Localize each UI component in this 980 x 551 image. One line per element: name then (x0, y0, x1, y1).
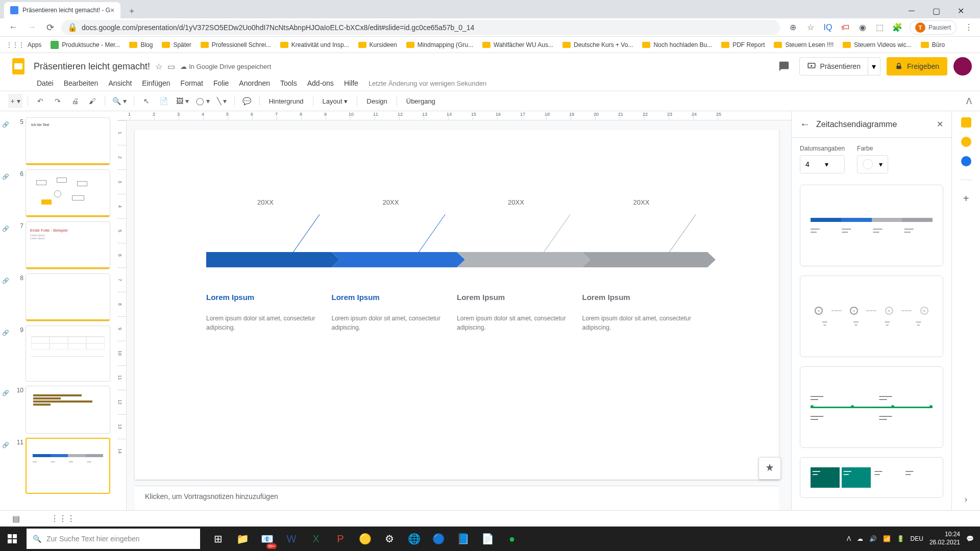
last-edit-text[interactable]: Letzte Änderung vor wenigen Sekunden (369, 80, 486, 87)
nav-back-icon[interactable]: ← (6, 20, 20, 35)
layout-button[interactable]: Layout ▾ (318, 97, 352, 105)
menu-tools[interactable]: Tools (280, 79, 297, 87)
grid-view-icon[interactable]: ⋮⋮⋮ (51, 514, 75, 523)
star-icon[interactable]: ☆ (805, 22, 816, 33)
move-doc-icon[interactable]: ▭ (167, 62, 175, 71)
textbox-icon[interactable]: 📄 (157, 94, 171, 108)
present-dropdown[interactable]: ▾ (868, 57, 880, 76)
tray-battery-icon[interactable]: 🔋 (897, 535, 904, 542)
tray-expand-icon[interactable]: ᐱ (847, 535, 851, 542)
menu-format[interactable]: Format (181, 79, 203, 87)
shopping-tag-icon[interactable]: 🏷 (840, 22, 850, 33)
taskbar-word-icon[interactable]: W (280, 527, 303, 551)
color-select[interactable]: ▾ (857, 155, 888, 173)
new-slide-button[interactable]: + ▾ (8, 94, 22, 108)
taskbar-edge-icon[interactable]: 🔵 (427, 527, 450, 551)
close-window-icon[interactable]: ✕ (949, 3, 972, 18)
panel-back-icon[interactable]: ← (800, 118, 810, 130)
timeline-style-option-1[interactable]: ▬▬▬▬▬▬▬▬▬▬▬▬▬▬▬▬▬▬▬▬ (800, 185, 943, 266)
taskbar-mail-icon[interactable]: 📧99+ (255, 527, 279, 551)
star-doc-icon[interactable]: ☆ (155, 62, 162, 71)
slide-thumbnail-8[interactable] (26, 273, 110, 321)
extension1-icon[interactable]: IQ (823, 22, 833, 33)
maximize-icon[interactable]: ▢ (925, 3, 947, 18)
collapse-toolbar-icon[interactable]: ᐱ (966, 96, 972, 106)
slide-thumbnail-11[interactable]: ▬▬▬▬▬▬▬▬ (26, 438, 110, 494)
timeline-style-option-4[interactable]: ▬▬▬▬▬ ▬▬▬▬▬ ▬▬▬▬▬ ▬▬▬▬▬ (800, 457, 943, 498)
bookmark-item[interactable]: Kreativität und Insp... (280, 41, 349, 48)
slide-canvas[interactable]: 20XX 20XX 20XX 20XX Lorem Ipsum Lorem ip… (135, 130, 779, 480)
bookmark-item[interactable]: PDF Report (721, 41, 765, 48)
tray-wifi-icon[interactable]: 📶 (883, 535, 891, 542)
tray-onedrive-icon[interactable]: ☁ (857, 535, 863, 542)
taskbar-app-icon[interactable]: 🟡 (353, 527, 377, 551)
taskbar-excel-icon[interactable]: X (304, 527, 328, 551)
slide-thumbnail-5[interactable]: Ich bin Text (26, 117, 110, 165)
bookmark-item[interactable]: Steuern Videos wic... (843, 41, 912, 48)
slide-thumbnail-6[interactable] (26, 169, 110, 217)
taskbar-search[interactable]: 🔍 Zur Suche Text hier eingeben (27, 529, 200, 549)
taskbar-obs-icon[interactable]: ⚙ (378, 527, 401, 551)
extension2-icon[interactable]: ◉ (857, 22, 868, 33)
timeline-desc-3[interactable]: Lorem ipsum dolor sit amet, consectetur … (457, 314, 567, 332)
menu-slide[interactable]: Folie (213, 79, 229, 87)
comment-add-icon[interactable]: 💬 (240, 94, 254, 108)
menu-edit[interactable]: Bearbeiten (64, 79, 99, 87)
tray-notifications-icon[interactable]: 💬 (966, 535, 974, 542)
url-input[interactable]: 🔒 docs.google.com/presentation/d/1yV372S… (61, 20, 780, 35)
minimize-icon[interactable]: ─ (900, 3, 923, 18)
bookmark-item[interactable]: Steuern Lesen !!!! (774, 41, 834, 48)
zoom-icon[interactable]: ⊕ (788, 22, 798, 33)
image-icon[interactable]: 🖼 ▾ (174, 94, 191, 108)
menu-insert[interactable]: Einfügen (142, 79, 170, 87)
dates-select[interactable]: 4▾ (800, 155, 845, 173)
menu-view[interactable]: Ansicht (108, 79, 132, 87)
timeline-title-4[interactable]: Lorem Ipsum (582, 293, 693, 302)
extensions-icon[interactable]: 🧩 (892, 22, 902, 33)
reload-icon[interactable]: ⟳ (43, 20, 57, 35)
taskbar-chrome-icon[interactable]: 🌐 (402, 527, 426, 551)
taskbar-notepad-icon[interactable]: 📄 (476, 527, 499, 551)
timeline-desc-1[interactable]: Lorem ipsum dolor sit amet, consectetur … (206, 314, 316, 332)
tray-lang[interactable]: DEU (911, 535, 923, 542)
paint-format-icon[interactable]: 🖌 (85, 94, 100, 108)
user-avatar[interactable] (953, 57, 972, 76)
slide-thumbnail-9[interactable] (26, 325, 110, 382)
sidepanel-collapse-icon[interactable]: › (965, 495, 967, 504)
browser-tab[interactable]: Präsentieren leicht gemacht! - G × (4, 2, 120, 18)
timeline-title-1[interactable]: Lorem Ipsum (206, 293, 316, 302)
bookmark-item[interactable]: Blog (129, 41, 153, 48)
bookmark-item[interactable]: Kursideen (358, 41, 397, 48)
taskbar-explorer-icon[interactable]: 📁 (231, 527, 254, 551)
slides-logo-icon[interactable] (8, 56, 29, 77)
shape-icon[interactable]: ◯ ▾ (194, 94, 212, 108)
taskbar-powerpoint-icon[interactable]: P (329, 527, 352, 551)
start-button[interactable] (0, 527, 24, 551)
bookmark-item[interactable]: Professionell Schrei... (201, 41, 271, 48)
taskbar-spotify-icon[interactable]: ● (500, 527, 524, 551)
filmstrip-view-icon[interactable]: ▤ (12, 514, 20, 523)
design-button[interactable]: Design (362, 97, 391, 105)
timeline-title-2[interactable]: Lorem Ipsum (332, 293, 442, 302)
bookmark-item[interactable]: Später (162, 41, 191, 48)
print-icon[interactable]: 🖨 (68, 94, 82, 108)
timeline-style-option-3[interactable]: ▬▬▬▬▬▬▬▬▬▬▬▬▬▬▬▬ ▬▬▬▬▬▬▬▬▬▬▬▬▬▬▬▬ (800, 366, 943, 448)
background-button[interactable]: Hintergrund (265, 97, 308, 105)
panel-close-icon[interactable]: ✕ (937, 119, 943, 129)
menu-addons[interactable]: Add-ons (307, 79, 334, 87)
tray-clock[interactable]: 10:24 26.02.2021 (929, 531, 960, 546)
sidepanel-keep-icon[interactable] (961, 137, 971, 147)
bookmark-item[interactable]: Wahlfächer WU Aus... (482, 41, 553, 48)
menu-file[interactable]: Datei (37, 79, 54, 87)
doc-title[interactable]: Präsentieren leicht gemacht! (34, 61, 150, 72)
taskbar-app2-icon[interactable]: 📘 (451, 527, 475, 551)
bookmark-item[interactable]: Produktsuche - Mer... (51, 41, 120, 49)
menu-help[interactable]: Hilfe (344, 79, 358, 87)
timeline-title-3[interactable]: Lorem Ipsum (457, 293, 567, 302)
transition-button[interactable]: Übergang (402, 97, 439, 105)
redo-icon[interactable]: ↷ (51, 94, 65, 108)
bookmark-item[interactable]: Noch hochladen Bu... (642, 41, 712, 48)
slide-thumbnail-7[interactable]: Erste Folie - BeispielLorem ipsumLorem i… (26, 221, 110, 269)
profile-pause-pill[interactable]: T Pausiert (910, 20, 957, 35)
line-icon[interactable]: ╲ ▾ (215, 94, 229, 108)
